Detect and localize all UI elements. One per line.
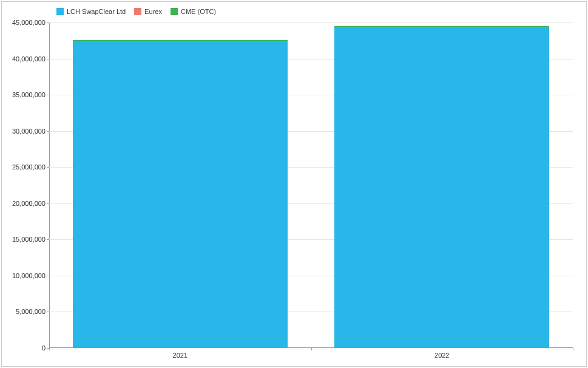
x-tick-mark [311,348,312,350]
bar-segment-eurex[interactable] [334,26,549,27]
bar-group [334,26,549,348]
bar-segment-eurex[interactable] [73,40,288,41]
legend-label: Eurex [144,8,162,15]
y-tick-label: 35,000,000 [12,91,49,98]
y-axis-line [49,22,50,348]
y-tick-label: 45,000,000 [12,19,49,26]
plot-area: 05,000,00010,000,00015,000,00020,000,000… [49,22,573,348]
legend-swatch [56,8,64,15]
y-tick-label: 20,000,000 [12,200,49,207]
legend-swatch [171,8,178,15]
y-tick-label: 5,000,000 [16,308,49,315]
y-tick-label: 10,000,000 [12,272,49,279]
x-tick-label: 2021 [173,348,188,359]
bar-segment-lch-swapclear-ltd[interactable] [73,41,288,348]
legend-item-cme[interactable]: CME (OTC) [171,8,216,15]
legend: LCH SwapClear Ltd Eurex CME (OTC) [56,8,216,15]
legend-label: CME (OTC) [181,8,216,15]
bar-segment-lch-swapclear-ltd[interactable] [334,27,549,348]
legend-label: LCH SwapClear Ltd [67,8,126,15]
x-tick-mark [49,348,50,350]
legend-item-lch[interactable]: LCH SwapClear Ltd [56,8,126,15]
chart-container: LCH SwapClear Ltd Eurex CME (OTC) 05,000… [1,1,587,367]
grid-line [49,22,573,23]
y-tick-label: 0 [42,344,49,352]
y-tick-label: 15,000,000 [12,236,49,243]
y-tick-label: 30,000,000 [12,128,49,135]
y-tick-label: 40,000,000 [12,55,49,63]
bar-group [73,40,288,348]
x-tick-mark [573,348,573,350]
legend-swatch [134,8,141,15]
legend-item-eurex[interactable]: Eurex [134,8,162,15]
x-tick-label: 2022 [434,348,449,359]
y-tick-label: 25,000,000 [12,163,49,171]
